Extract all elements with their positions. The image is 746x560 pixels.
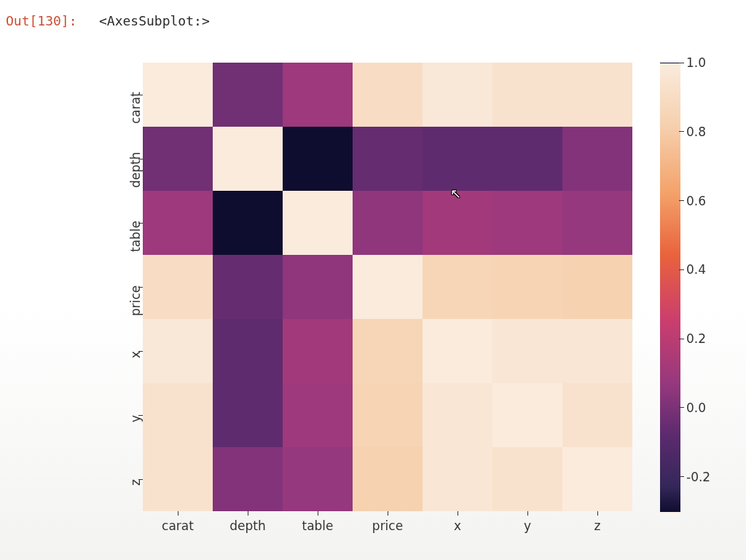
heatmap-cell — [492, 63, 562, 127]
heatmap-cell — [283, 447, 353, 511]
x-axis-label: x — [423, 518, 492, 533]
heatmap-cell — [213, 255, 283, 319]
heatmap-cell — [492, 447, 562, 511]
heatmap-cell — [423, 383, 492, 447]
colorbar-tick-label: 1.0 — [686, 55, 723, 70]
heatmap-cell — [562, 63, 632, 127]
colorbar-tick-label: 0.0 — [686, 401, 723, 415]
colorbar-tick — [679, 269, 684, 270]
heatmap-cell — [562, 127, 632, 191]
axes-repr-text: <AxesSubplot:> — [99, 13, 210, 28]
x-axis-label: table — [283, 518, 353, 533]
heatmap-cell — [353, 63, 423, 127]
heatmap-cell — [283, 63, 353, 127]
heatmap-cell — [143, 63, 213, 127]
y-axis-label: z — [128, 479, 143, 508]
y-axis-label: carat — [128, 95, 143, 124]
colorbar-tick — [679, 407, 684, 408]
heatmap-plot — [143, 63, 632, 511]
x-tick — [248, 511, 248, 516]
colorbar-tick — [679, 476, 684, 477]
heatmap-cell — [353, 319, 423, 383]
heatmap-cell — [283, 255, 353, 319]
colorbar-tick — [679, 63, 684, 63]
y-axis-label: x — [128, 351, 143, 380]
x-tick — [527, 511, 528, 516]
x-tick — [318, 511, 318, 516]
x-axis-label: z — [562, 518, 632, 533]
heatmap-cell — [353, 191, 423, 255]
heatmap-cell — [353, 255, 423, 319]
heatmap-cell — [213, 383, 283, 447]
colorbar-tick-label: 0.2 — [686, 331, 723, 346]
heatmap-cell — [423, 191, 492, 255]
colorbar-tick — [679, 200, 684, 201]
heatmap-cell — [423, 447, 492, 511]
heatmap-cell — [423, 63, 492, 127]
x-tick — [178, 511, 178, 516]
heatmap-cell — [353, 127, 423, 191]
heatmap-cell — [143, 383, 213, 447]
x-tick — [597, 511, 598, 516]
y-axis-label: depth — [128, 159, 143, 188]
colorbar-tick-label: 0.8 — [686, 125, 723, 139]
y-axis-label: table — [128, 223, 143, 252]
heatmap-cell — [213, 127, 283, 191]
heatmap-cell — [562, 383, 632, 447]
heatmap-cell — [423, 127, 492, 191]
heatmap-cell — [562, 191, 632, 255]
heatmap-cell — [143, 255, 213, 319]
x-tick — [388, 511, 388, 516]
heatmap-cell — [143, 447, 213, 511]
heatmap-cell — [283, 127, 353, 191]
x-axis-label: carat — [143, 518, 213, 533]
colorbar-tick — [679, 131, 684, 132]
heatmap-cell — [423, 319, 492, 383]
heatmap-cell — [423, 255, 492, 319]
heatmap-cell — [562, 255, 632, 319]
colorbar-tick — [679, 339, 684, 339]
heatmap-cell — [283, 383, 353, 447]
heatmap-cell — [283, 191, 353, 255]
heatmap-cell — [353, 447, 423, 511]
y-axis-label: y — [128, 415, 143, 444]
heatmap-cell — [492, 191, 562, 255]
heatmap-cell — [562, 447, 632, 511]
heatmap-cell — [492, 383, 562, 447]
heatmap-cell — [143, 319, 213, 383]
heatmap-cell — [492, 255, 562, 319]
heatmap-cell — [562, 319, 632, 383]
output-prompt: Out[130]: — [6, 13, 77, 28]
heatmap-cell — [213, 191, 283, 255]
heatmap-cell — [283, 319, 353, 383]
x-axis-label: depth — [213, 518, 283, 533]
heatmap-cell — [213, 319, 283, 383]
colorbar-tick-label: 0.4 — [686, 262, 723, 277]
heatmap-cell — [492, 127, 562, 191]
heatmap-cell — [213, 63, 283, 127]
y-axis-label: price — [128, 287, 143, 316]
heatmap-cell — [143, 127, 213, 191]
heatmap-cell — [213, 447, 283, 511]
colorbar — [660, 63, 680, 513]
x-axis-label: price — [353, 518, 423, 533]
heatmap-cell — [353, 383, 423, 447]
colorbar-tick-label: 0.6 — [686, 194, 723, 208]
heatmap-cell — [492, 319, 562, 383]
colorbar-tick-label: -0.2 — [686, 470, 723, 484]
heatmap-cell — [143, 191, 213, 255]
x-tick — [458, 511, 458, 516]
x-axis-label: y — [492, 518, 562, 533]
